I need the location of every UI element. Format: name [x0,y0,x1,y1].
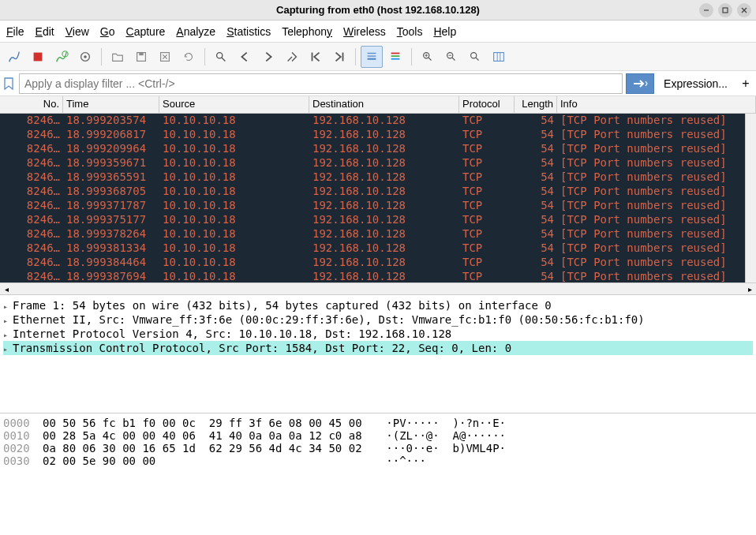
column-info[interactable]: Info [557,96,756,113]
expand-icon[interactable]: ▸ [3,316,13,325]
save-file-button[interactable] [130,46,152,68]
svg-point-13 [217,52,223,58]
svg-rect-4 [34,52,43,61]
packet-row[interactable]: 8246…18.99920681710.10.10.18192.168.10.1… [0,128,756,142]
zoom-out-button[interactable] [440,46,462,68]
packet-row[interactable]: 8246…18.99938133410.10.10.18192.168.10.1… [0,241,756,256]
window-titlebar: Capturing from eth0 (host 192.168.10.128… [0,0,756,21]
packet-row[interactable]: 8246…18.99937826410.10.10.18192.168.10.1… [0,227,756,241]
window-title: Capturing from eth0 (host 192.168.10.128… [276,4,480,16]
expression-button[interactable]: Expression... [657,73,734,94]
column-no[interactable]: No. [0,96,63,113]
bookmark-icon[interactable] [2,74,16,93]
resize-columns-button[interactable] [488,46,510,68]
tree-row[interactable]: ▸Ethernet II, Src: Vmware_ff:3f:6e (00:0… [3,312,753,327]
menu-go[interactable]: Go [100,25,115,38]
minimize-button[interactable] [699,3,713,17]
hex-row[interactable]: 003002 00 5e 90 00 00 ··^··· [3,455,753,467]
auto-scroll-button[interactable] [361,46,383,68]
toolbar [0,43,756,71]
add-filter-button[interactable]: + [737,73,754,94]
horizontal-scrollbar[interactable]: ◂▸ [0,282,756,295]
hex-row[interactable]: 000000 50 56 fc b1 f0 00 0c 29 ff 3f 6e … [3,417,753,429]
column-length[interactable]: Length [515,96,557,113]
tree-row[interactable]: ▸Frame 1: 54 bytes on wire (432 bits), 5… [3,298,753,312]
go-to-packet-button[interactable] [281,46,303,68]
menu-wireless[interactable]: Wireless [343,25,386,38]
packet-row[interactable]: 8246…18.99936559110.10.10.18192.168.10.1… [0,170,756,185]
close-button[interactable] [737,3,751,17]
packet-row[interactable]: 8246…18.99938446410.10.10.18192.168.10.1… [0,256,756,270]
menu-capture[interactable]: Capture [126,25,166,38]
expand-icon[interactable]: ▸ [3,302,13,311]
zoom-reset-button[interactable] [464,46,486,68]
fin-icon[interactable] [3,46,25,68]
column-protocol[interactable]: Protocol [459,96,515,113]
svg-line-31 [476,57,479,60]
hex-row[interactable]: 00200a 80 06 30 00 16 65 1d 62 29 56 4d … [3,442,753,455]
packet-row[interactable]: 8246…18.99937178710.10.10.18192.168.10.1… [0,199,756,213]
packet-row[interactable]: 8246…18.99935967110.10.10.18192.168.10.1… [0,156,756,170]
packet-list-rows[interactable]: 8246…18.99920357410.10.10.18192.168.10.1… [0,114,756,282]
svg-rect-9 [139,52,143,55]
restart-capture-button[interactable] [51,46,73,68]
menu-edit[interactable]: Edit [36,25,54,38]
packet-row[interactable]: 8246…18.99920357410.10.10.18192.168.10.1… [0,114,756,128]
packet-list-pane: No. Time Source Destination Protocol Len… [0,96,756,282]
svg-line-14 [222,57,226,61]
stop-capture-button[interactable] [27,46,49,68]
maximize-button[interactable] [718,3,732,17]
packet-details-pane[interactable]: ▸Frame 1: 54 bytes on wire (432 bits), 5… [0,295,756,413]
close-file-button[interactable] [154,46,176,68]
svg-point-30 [471,52,477,58]
column-source[interactable]: Source [159,96,309,113]
menu-file[interactable]: File [6,25,24,38]
colorize-button[interactable] [384,46,406,68]
menu-analyze[interactable]: Analyze [176,25,215,38]
tree-row[interactable]: ▸Internet Protocol Version 4, Src: 10.10… [3,327,753,341]
menu-tools[interactable]: Tools [397,25,423,38]
filter-apply-button[interactable] [626,73,654,94]
zoom-in-button[interactable] [417,46,439,68]
svg-line-28 [452,57,455,60]
filter-bar: Expression... + [0,71,756,96]
tree-row[interactable]: ▸Transmission Control Protocol, Src Port… [3,341,753,355]
svg-rect-32 [494,52,504,61]
packet-row[interactable]: 8246…18.99920996410.10.10.18192.168.10.1… [0,142,756,156]
svg-rect-1 [723,8,728,13]
hex-row[interactable]: 001000 28 5a 4c 00 00 40 06 41 40 0a 0a … [3,429,753,442]
column-time[interactable]: Time [63,96,159,113]
menu-help[interactable]: Help [433,25,456,38]
column-destination[interactable]: Destination [309,96,459,113]
expand-icon[interactable]: ▸ [3,345,13,354]
packet-row[interactable]: 8246…18.99937517710.10.10.18192.168.10.1… [0,213,756,227]
vertical-scrollbar[interactable] [745,114,756,282]
svg-line-24 [429,57,432,60]
packet-list-header: No. Time Source Destination Protocol Len… [0,96,756,114]
expand-icon[interactable]: ▸ [3,331,13,339]
menu-telephony[interactable]: Telephony [282,25,332,38]
svg-point-7 [84,55,87,58]
packet-bytes-pane[interactable]: 000000 50 56 fc b1 f0 00 0c 29 ff 3f 6e … [0,413,756,535]
go-first-button[interactable] [305,46,327,68]
open-file-button[interactable] [107,46,129,68]
go-forward-button[interactable] [257,46,279,68]
packet-row[interactable]: 8246…18.99938769410.10.10.18192.168.10.1… [0,270,756,282]
go-back-button[interactable] [234,46,256,68]
menu-statistics[interactable]: Statistics [226,25,271,38]
find-button[interactable] [210,46,232,68]
packet-row[interactable]: 8246…18.99936870510.10.10.18192.168.10.1… [0,185,756,199]
capture-options-button[interactable] [74,46,96,68]
go-last-button[interactable] [328,46,350,68]
menu-view[interactable]: View [65,25,89,38]
menubar: File Edit View Go Capture Analyze Statis… [0,21,756,43]
display-filter-input[interactable] [19,73,623,94]
reload-button[interactable] [178,46,200,68]
